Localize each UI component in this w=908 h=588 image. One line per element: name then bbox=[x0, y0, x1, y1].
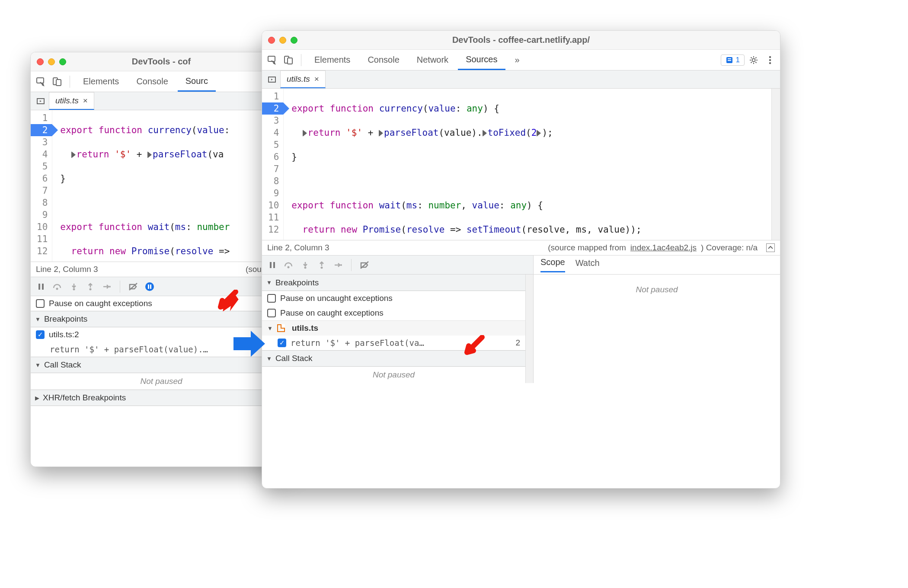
close-icon[interactable] bbox=[37, 58, 44, 65]
tab-console[interactable]: Console bbox=[128, 71, 176, 92]
scrollbar[interactable] bbox=[525, 275, 533, 383]
disclosure-icon: ▶ bbox=[35, 395, 39, 401]
pause-uncaught-label: Pause on uncaught exceptions bbox=[280, 294, 393, 303]
traffic-lights[interactable] bbox=[37, 58, 66, 65]
svg-point-8 bbox=[90, 288, 92, 290]
checkbox-pause-caught[interactable] bbox=[267, 309, 276, 317]
issues-count: 1 bbox=[736, 56, 740, 64]
titlebar[interactable]: DevTools - coffee-cart.netlify.app/ bbox=[262, 31, 780, 50]
checkbox-breakpoint[interactable]: ✓ bbox=[36, 330, 45, 339]
file-tab-utils[interactable]: utils.ts × bbox=[49, 92, 94, 110]
issues-chip[interactable]: 1 bbox=[721, 54, 745, 66]
svg-rect-25 bbox=[270, 262, 272, 268]
tab-watch[interactable]: Watch bbox=[575, 258, 600, 272]
file-icon bbox=[277, 324, 285, 332]
tab-sources[interactable]: Sourc bbox=[178, 71, 216, 92]
svg-rect-26 bbox=[273, 262, 275, 268]
tab-elements[interactable]: Elements bbox=[307, 50, 358, 70]
pause-caught-row[interactable]: Pause on caught exceptions bbox=[262, 306, 525, 320]
breakpoint-line: 2 bbox=[515, 338, 520, 348]
maximize-icon[interactable] bbox=[291, 37, 297, 44]
maximize-icon[interactable] bbox=[59, 58, 66, 65]
tab-network[interactable]: Network bbox=[409, 50, 456, 70]
issues-icon bbox=[726, 56, 733, 64]
inspect-icon[interactable] bbox=[265, 53, 279, 67]
breakpoints-section[interactable]: ▼ Breakpoints bbox=[262, 275, 525, 291]
close-file-icon[interactable]: × bbox=[83, 96, 88, 105]
svg-rect-19 bbox=[728, 60, 731, 61]
file-tab-utils[interactable]: utils.ts × bbox=[280, 70, 326, 88]
pause-caught-row[interactable]: Pause on caught exceptions bbox=[31, 296, 292, 311]
step-into-icon[interactable] bbox=[67, 280, 81, 294]
pause-resume-icon[interactable] bbox=[34, 280, 48, 294]
minimize-icon[interactable] bbox=[279, 37, 286, 44]
svg-point-20 bbox=[752, 58, 755, 61]
checkbox-breakpoint[interactable]: ✓ bbox=[278, 339, 286, 347]
settings-icon[interactable] bbox=[746, 53, 761, 67]
collapse-pane-icon[interactable] bbox=[766, 243, 775, 252]
disclosure-icon: ▼ bbox=[266, 355, 272, 362]
step-over-icon[interactable] bbox=[51, 280, 64, 294]
line-gutter[interactable]: 1 2 3 4 5 6 7 8 9 10 11 12 bbox=[262, 89, 284, 240]
svg-point-28 bbox=[304, 266, 307, 268]
device-mode-icon[interactable] bbox=[281, 53, 296, 67]
tab-elements[interactable]: Elements bbox=[75, 71, 127, 92]
xhr-section[interactable]: ▶ XHR/fetch Breakpoints bbox=[31, 390, 292, 406]
pause-exceptions-icon[interactable] bbox=[143, 280, 157, 294]
navigator-toggle-icon[interactable] bbox=[265, 72, 279, 87]
svg-rect-12 bbox=[148, 284, 149, 289]
source-map-file[interactable]: index.1ac4eab2.js bbox=[630, 243, 697, 252]
code-editor[interactable]: 1 2 3 4 5 6 7 8 9 10 11 12 export functi… bbox=[262, 89, 771, 240]
debugger-toolbar bbox=[262, 256, 533, 275]
breakpoint-file: utils.ts bbox=[292, 323, 318, 333]
window-title: DevTools - coffee-cart.netlify.app/ bbox=[262, 35, 780, 45]
breakpoints-section[interactable]: ▼ Breakpoints bbox=[31, 311, 292, 327]
step-out-icon[interactable] bbox=[83, 280, 97, 294]
window-title: DevTools - cof bbox=[31, 57, 292, 67]
file-tabs: utils.ts × bbox=[31, 92, 292, 110]
svg-rect-4 bbox=[38, 284, 40, 290]
breakpoint-group[interactable]: ▼ utils.ts bbox=[262, 320, 525, 336]
step-into-icon[interactable] bbox=[298, 258, 312, 272]
svg-rect-2 bbox=[56, 80, 61, 86]
traffic-lights[interactable] bbox=[268, 37, 297, 44]
code-content[interactable]: export function currency(value: return '… bbox=[52, 110, 292, 262]
tab-sources[interactable]: Sources bbox=[458, 50, 505, 70]
scrollbar[interactable] bbox=[771, 89, 780, 240]
checkbox-pause-uncaught[interactable] bbox=[267, 294, 276, 303]
svg-rect-13 bbox=[150, 284, 151, 289]
step-over-icon[interactable] bbox=[282, 258, 296, 272]
step-icon[interactable] bbox=[100, 280, 114, 294]
pause-uncaught-row[interactable]: Pause on uncaught exceptions bbox=[262, 291, 525, 306]
close-file-icon[interactable]: × bbox=[314, 74, 319, 84]
device-mode-icon[interactable] bbox=[50, 74, 64, 89]
code-editor[interactable]: 1 2 3 4 5 6 7 8 9 10 11 12 export functi… bbox=[31, 110, 292, 262]
section-label: Call Stack bbox=[44, 360, 81, 370]
disclosure-icon: ▼ bbox=[267, 325, 273, 332]
more-menu-icon[interactable] bbox=[763, 53, 777, 67]
devtools-window-left: DevTools - cof Elements Console Sourc ut… bbox=[30, 52, 292, 467]
code-content[interactable]: export function currency(value: any) { r… bbox=[284, 89, 771, 240]
inspect-icon[interactable] bbox=[33, 74, 48, 89]
titlebar[interactable]: DevTools - cof bbox=[31, 52, 292, 71]
step-out-icon[interactable] bbox=[315, 258, 329, 272]
navigator-toggle-icon[interactable] bbox=[33, 94, 48, 109]
step-marker-icon bbox=[537, 130, 541, 137]
step-icon[interactable] bbox=[331, 258, 345, 272]
line-gutter[interactable]: 1 2 3 4 5 6 7 8 9 10 11 12 bbox=[31, 110, 52, 262]
minimize-icon[interactable] bbox=[48, 58, 55, 65]
deactivate-breakpoints-icon[interactable] bbox=[126, 280, 140, 294]
tab-scope[interactable]: Scope bbox=[540, 257, 565, 272]
scope-watch-panel: Scope Watch Not paused bbox=[534, 256, 780, 383]
editor-status: Line 2, Column 3 (source mapped from ind… bbox=[262, 240, 780, 256]
svg-point-11 bbox=[145, 282, 154, 291]
tab-more[interactable]: » bbox=[507, 50, 528, 70]
deactivate-breakpoints-icon[interactable] bbox=[358, 258, 371, 272]
svg-point-9 bbox=[109, 286, 111, 288]
pause-resume-icon[interactable] bbox=[265, 258, 279, 272]
svg-point-29 bbox=[321, 266, 323, 268]
tab-console[interactable]: Console bbox=[360, 50, 407, 70]
close-icon[interactable] bbox=[268, 37, 275, 44]
checkbox-pause-caught[interactable] bbox=[36, 299, 45, 308]
debugger-sub-tabs: Scope Watch bbox=[534, 256, 780, 275]
